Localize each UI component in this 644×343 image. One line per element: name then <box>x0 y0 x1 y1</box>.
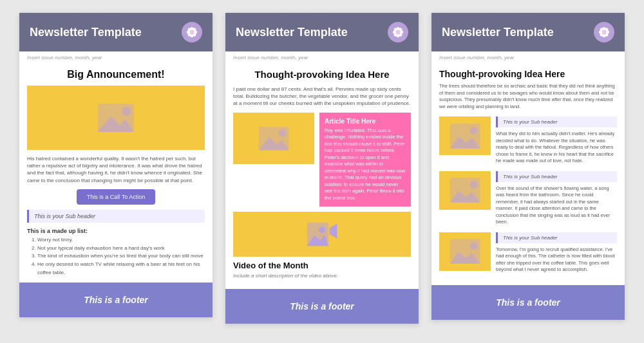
card3-item-image-2 <box>439 232 491 271</box>
card3-footer: This is a footer <box>431 285 625 320</box>
card1-big-announcement: Big Announcement! <box>27 69 205 80</box>
card1-title: Newsletter Template <box>30 26 142 39</box>
card1-body: Big Announcement! His hatred contained a… <box>19 64 213 283</box>
card3-headline: Thought-provoking Idea Here <box>439 69 617 79</box>
card2-video-section: Video of the Month Include a short descr… <box>233 212 411 279</box>
card3-item-image-1 <box>439 171 491 210</box>
card3-subheader-text-0: This is your Sub header <box>503 119 558 125</box>
card3-item-subheader-0: This is your Sub header <box>496 116 617 127</box>
svg-point-14 <box>397 27 400 30</box>
card1-cta-button[interactable]: This is a Call To Action <box>77 189 155 205</box>
svg-marker-28 <box>330 223 337 238</box>
svg-point-39 <box>602 30 605 33</box>
svg-point-42 <box>470 127 478 134</box>
svg-point-31 <box>603 27 606 30</box>
card1-footer-text: This is a footer <box>84 295 148 305</box>
card1-body-text: His hatred contained a wonderful quality… <box>27 155 205 184</box>
card3-item-2: This is your Sub header Tomorrow, I'm go… <box>439 232 617 273</box>
card3-body: Thought-provoking Idea Here The trees sh… <box>431 64 625 285</box>
card2-article-text: Roy was infuriated. That was a challenge… <box>325 127 406 202</box>
card2-video-title: Video of the Month <box>233 261 411 270</box>
card3-subheader: Insert issue number, month, year <box>431 51 625 64</box>
card3-subheader-text-2: This is your Sub header <box>503 235 558 241</box>
svg-point-9 <box>190 30 193 33</box>
svg-point-34 <box>606 31 609 34</box>
card2-intro-text: I paid one dollar and 87 cents. And that… <box>233 86 411 107</box>
card2-video-desc: Include a short description of the video… <box>233 273 411 279</box>
card2-body: Thought-provoking Idea Here I paid one d… <box>225 64 419 289</box>
svg-point-48 <box>470 242 478 250</box>
list-item: Worry not tinny. <box>37 236 205 245</box>
card2-video-image <box>233 212 411 257</box>
card2-subheader: Insert issue number, month, year <box>225 51 419 64</box>
card3-item-subheader-1: This is your Sub header <box>496 171 617 182</box>
card3-item-content-1: This is your Sub header Over the sound o… <box>496 171 617 226</box>
card1-flower-icon <box>182 22 202 42</box>
card1-footer: This is a footer <box>19 283 213 317</box>
svg-point-15 <box>397 34 400 37</box>
svg-point-32 <box>603 34 606 37</box>
card3-item-text-1: Over the sound of the shower's flowing w… <box>496 185 617 226</box>
card2-headline: Thought-provoking Idea Here <box>233 69 411 80</box>
card3-item-content-0: This is your Sub header What they did to… <box>496 116 617 165</box>
card1-header: Newsletter Template <box>19 13 213 51</box>
card3-item-text-2: Tomorrow, I'm going to recruit qualified… <box>496 246 617 273</box>
card2-article-title: Article Title Here <box>325 118 406 125</box>
card2-flower-icon <box>388 22 408 42</box>
card2-article-box: Article Title Here Roy was infuriated. T… <box>319 113 411 207</box>
svg-point-25 <box>279 129 287 136</box>
card3-item-1: This is your Sub header Over the sound o… <box>439 171 617 226</box>
card3-subheader-text-1: This is your Sub header <box>503 174 558 180</box>
card3-item-content-2: This is your Sub header Tomorrow, I'm go… <box>496 232 617 273</box>
svg-point-12 <box>122 107 131 116</box>
card1-list-title: This is a made up list: <box>27 228 205 234</box>
page-wrapper: Newsletter Template Insert issue number,… <box>6 13 638 324</box>
card1-list: Worry not tinny. Not your typical daily … <box>27 236 205 277</box>
svg-point-16 <box>393 31 396 34</box>
newsletter-card-1: Newsletter Template Insert issue number,… <box>19 13 213 317</box>
card1-subheader-box: This is your Sub header <box>27 210 205 223</box>
newsletter-card-2: Newsletter Template Insert issue number,… <box>225 13 419 324</box>
card1-subheader-label: This is your Sub header <box>34 213 95 219</box>
list-item: Not your typical daily exhaustion here a… <box>37 245 205 253</box>
card3-intro-text: The trees should therefore be so archaic… <box>439 83 617 110</box>
list-item: The kind of exhaustion when you're so ti… <box>37 252 205 261</box>
card2-footer-text: This is a footer <box>290 301 354 311</box>
svg-point-45 <box>470 181 478 189</box>
card3-item-subheader-2: This is your Sub header <box>496 232 617 243</box>
card2-footer: This is a footer <box>225 289 419 324</box>
card2-two-col: Article Title Here Roy was infuriated. T… <box>233 113 411 207</box>
svg-point-3 <box>187 31 190 34</box>
card3-header: Newsletter Template <box>431 13 625 51</box>
card2-image <box>233 113 314 164</box>
card3-item-text-0: What they did to him actually didn't mat… <box>496 131 617 165</box>
card2-title: Newsletter Template <box>236 26 348 39</box>
newsletter-card-3: Newsletter Template Insert issue number,… <box>431 13 625 320</box>
svg-point-29 <box>319 227 325 233</box>
card1-subheader: Insert issue number, month, year <box>19 51 213 64</box>
svg-point-33 <box>599 31 602 34</box>
card3-title: Newsletter Template <box>442 26 554 39</box>
card1-main-image <box>27 86 205 150</box>
svg-point-4 <box>194 31 197 34</box>
card3-flower-icon <box>594 22 614 42</box>
svg-point-1 <box>191 27 194 30</box>
list-item: He only desired to watch TV while relaxi… <box>37 261 205 277</box>
svg-point-17 <box>400 31 403 34</box>
svg-point-22 <box>396 30 399 33</box>
card2-header: Newsletter Template <box>225 13 419 51</box>
card3-item-image-0 <box>439 116 491 155</box>
card3-footer-text: This is a footer <box>496 297 560 308</box>
svg-point-2 <box>191 34 194 37</box>
card3-item-0: This is your Sub header What they did to… <box>439 116 617 165</box>
